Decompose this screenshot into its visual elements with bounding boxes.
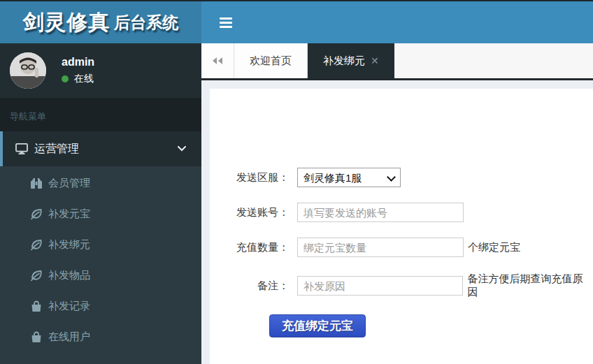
leaf-icon [30,239,43,251]
leaf-icon [30,208,43,220]
backward-icon [212,57,223,65]
amount-label: 充值数量： [210,241,289,254]
tab-reissue-bound-yuanbao[interactable]: 补发绑元 ✕ [308,43,394,78]
main-area: 欢迎首页 补发绑元 ✕ 发送区服： 剑灵修真1服 [201,43,593,364]
server-select[interactable]: 剑灵修真1服 [297,168,401,187]
remark-row: 备注： 备注方便后期查询充值原因 [210,272,593,299]
submenu-label: 补发绑元 [48,238,90,252]
admin-app: 剑灵修真 后台系统 [0,0,593,364]
chevron-down-icon [178,146,186,152]
desktop-icon [15,143,28,154]
close-icon[interactable]: ✕ [371,56,379,66]
account-label: 发送账号： [210,206,289,219]
remark-label: 备注： [210,279,289,293]
sidebar-item-label: 运营管理 [34,142,79,156]
user-status-label: 在线 [74,73,94,85]
tab-label: 补发绑元 [323,54,365,68]
user-status: 在线 [62,73,94,85]
sidebar-item-reissue-bound-yuanbao[interactable]: 补发绑元 [0,229,201,260]
recharge-bound-yuanbao-button[interactable]: 充值绑定元宝 [269,314,366,337]
logo[interactable]: 剑灵修真 后台系统 [0,1,201,43]
top-navbar [201,1,593,43]
remark-suffix: 备注方便后期查询充值原因 [467,272,593,299]
shopping-bag-icon [30,331,43,343]
submenu-label: 补发物品 [48,269,90,282]
sidebar-toggle-menu-icon[interactable] [211,8,241,37]
submenu-label: 会员管理 [48,177,90,190]
tab-welcome-home[interactable]: 欢迎首页 [234,43,308,78]
user-panel: admin 在线 [0,43,201,98]
content: 发送区服： 剑灵修真1服 发送账号： 充值数量： [201,80,593,364]
shopping-bag-icon [30,300,43,312]
tabbar: 欢迎首页 补发绑元 ✕ [201,43,593,80]
amount-input[interactable] [297,238,464,257]
leaf-icon [30,270,43,282]
submenu-label: 补发记录 [48,300,90,313]
sidebar-item-reissue-yuanbao[interactable]: 补发元宝 [0,198,201,229]
submit-row: 充值绑定元宝 [210,314,593,337]
sidebar-item-online-users[interactable]: 在线用户 [0,321,201,352]
logo-title-sub: 后台系统 [114,12,178,34]
account-row: 发送账号： [210,203,593,222]
sidebar-item-reissue-items[interactable]: 补发物品 [0,260,201,291]
logo-title-main: 剑灵修真 [23,8,110,37]
tab-label: 欢迎首页 [250,54,292,68]
sidebar-item-operations[interactable]: 运营管理 [0,131,201,166]
header: 剑灵修真 后台系统 [0,1,593,43]
sidebar-item-member-management[interactable]: 会员管理 [0,168,201,198]
binoculars-icon [30,177,43,189]
server-select-wrap: 剑灵修真1服 [297,168,401,187]
remark-input[interactable] [297,276,463,296]
account-input[interactable] [297,203,464,222]
form-panel: 发送区服： 剑灵修真1服 发送账号： 充值数量： [210,89,593,364]
server-label: 发送区服： [210,171,289,184]
avatar [10,52,46,89]
sidebar-item-reissue-records[interactable]: 补发记录 [0,291,201,321]
submenu-label: 补发元宝 [48,208,90,221]
sidebar: admin 在线 导航菜单 运营管理 [0,43,201,364]
submenu-label: 在线用户 [48,330,90,344]
amount-suffix: 个绑定元宝 [468,241,520,254]
online-dot-icon [62,75,69,82]
submenu: 会员管理 补发元宝 补发绑元 [0,166,201,364]
server-row: 发送区服： 剑灵修真1服 [210,168,593,187]
amount-row: 充值数量： 个绑定元宝 [210,238,593,257]
nav-section-header: 导航菜单 [0,98,201,131]
user-name: admin [62,56,94,68]
tabs-scroll-back-button[interactable] [201,43,234,78]
